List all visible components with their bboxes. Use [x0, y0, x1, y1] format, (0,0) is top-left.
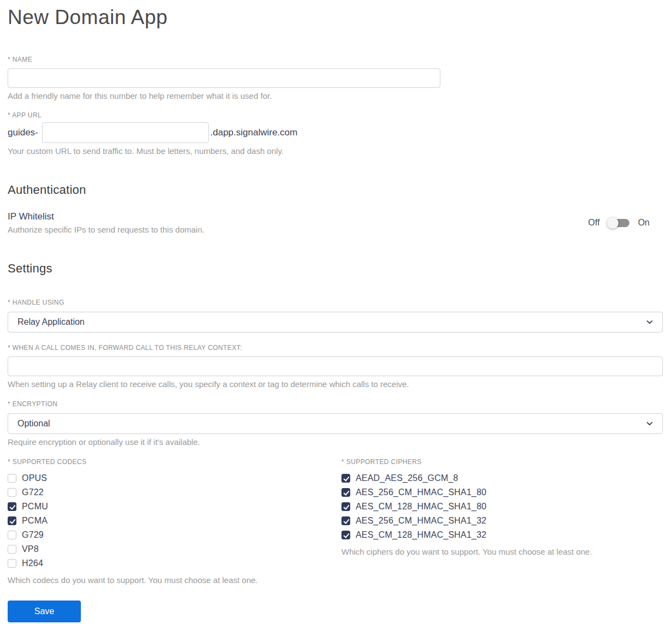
codec-option-pcma[interactable]: PCMA [8, 514, 341, 528]
checkbox-label: H264 [22, 558, 43, 568]
cipher-option-aes_cm_128_hmac_sha1_80[interactable]: AES_CM_128_HMAC_SHA1_80 [341, 500, 663, 514]
supported-ciphers-helper: Which ciphers do you want to support. Yo… [341, 547, 663, 556]
app-url-label: * APP URL [8, 111, 663, 119]
save-button[interactable]: Save [8, 601, 81, 622]
supported-ciphers-label: * SUPPORTED CIPHERS [341, 458, 663, 466]
authentication-heading: Authentication [8, 183, 663, 197]
handle-using-select[interactable]: Relay Application [8, 312, 663, 332]
codec-option-vp8[interactable]: VP8 [8, 542, 341, 556]
chevron-down-icon [646, 318, 653, 326]
app-url-suffix: .dapp.signalwire.com [210, 127, 298, 138]
checkbox-icon [8, 502, 16, 511]
ip-whitelist-row: IP Whitelist Authorize specific IPs to s… [8, 211, 663, 234]
app-url-field-group: * APP URL guides- .dapp.signalwire.com Y… [8, 111, 663, 156]
app-url-input[interactable] [42, 122, 209, 143]
name-field-group: * NAME Add a friendly name for this numb… [8, 56, 663, 100]
chevron-down-icon [646, 420, 653, 427]
relay-context-input[interactable] [8, 356, 663, 376]
name-helper: Add a friendly name for this number to h… [8, 91, 663, 100]
checkbox-icon [8, 488, 16, 497]
codec-option-g722[interactable]: G722 [8, 485, 341, 500]
ip-whitelist-text: IP Whitelist Authorize specific IPs to s… [8, 211, 204, 234]
app-url-row: guides- .dapp.signalwire.com [8, 122, 663, 143]
checkbox-label: PCMA [22, 516, 48, 526]
checkbox-icon [341, 488, 350, 497]
checkbox-icon [8, 545, 16, 554]
checkbox-icon [341, 516, 350, 525]
app-url-helper: Your custom URL to send traffic to. Must… [8, 146, 663, 156]
ip-whitelist-toggle-group: Off On [588, 217, 650, 228]
relay-context-label: * WHEN A CALL COMES IN, FORWARD CALL TO … [8, 344, 663, 352]
checkbox-label: VP8 [22, 544, 39, 554]
cipher-list: AEAD_AES_256_GCM_8 AES_256_CM_HMAC_SHA1_… [341, 471, 663, 542]
codec-option-opus[interactable]: OPUS [8, 471, 341, 485]
cipher-option-aes_256_cm_hmac_sha1_32[interactable]: AES_256_CM_HMAC_SHA1_32 [341, 514, 663, 528]
cipher-option-aes_cm_128_hmac_sha1_32[interactable]: AES_CM_128_HMAC_SHA1_32 [341, 528, 663, 542]
checkbox-label: PCMU [22, 502, 48, 512]
relay-context-group: * WHEN A CALL COMES IN, FORWARD CALL TO … [8, 344, 663, 389]
app-url-prefix: guides- [8, 127, 38, 138]
codec-option-pcmu[interactable]: PCMU [8, 500, 341, 514]
checkbox-label: AES_256_CM_HMAC_SHA1_80 [356, 488, 486, 497]
encryption-helper: Require encryption or optionally use it … [8, 437, 663, 447]
checkbox-icon [8, 516, 16, 525]
supported-codecs-group: * SUPPORTED CODECS OPUS G722 [8, 458, 341, 585]
checkbox-label: G722 [22, 488, 44, 497]
save-row: Save [8, 601, 663, 622]
name-input[interactable] [8, 68, 440, 88]
supported-codecs-helper: Which codecs do you want to support. You… [8, 575, 341, 585]
checkbox-label: G729 [22, 530, 44, 540]
checkbox-label: AES_CM_128_HMAC_SHA1_80 [356, 502, 486, 512]
checkbox-label: AES_CM_128_HMAC_SHA1_32 [356, 530, 486, 540]
name-label: * NAME [8, 56, 663, 63]
relay-context-helper: When setting up a Relay client to receiv… [8, 379, 663, 389]
new-domain-app-page: New Domain App * NAME Add a friendly nam… [0, 0, 672, 624]
cipher-option-aead_aes_256_gcm_8[interactable]: AEAD_AES_256_GCM_8 [341, 471, 663, 485]
codec-list: OPUS G722 PCMU PCMA [8, 471, 341, 570]
encryption-value: Optional [17, 419, 50, 429]
checkbox-icon [8, 531, 16, 539]
encryption-group: * ENCRYPTION Optional Require encryption… [8, 400, 663, 447]
checkbox-icon [341, 474, 350, 483]
handle-using-value: Relay Application [17, 317, 85, 327]
codec-option-h264[interactable]: H264 [8, 556, 341, 570]
encryption-select[interactable]: Optional [8, 413, 663, 434]
supported-codecs-label: * SUPPORTED CODECS [8, 458, 341, 466]
supported-ciphers-group: * SUPPORTED CIPHERS AEAD_AES_256_GCM_8 A… [341, 458, 663, 585]
ip-whitelist-label: IP Whitelist [8, 211, 204, 222]
checkbox-label: AES_256_CM_HMAC_SHA1_32 [356, 516, 486, 526]
checkbox-icon [341, 531, 350, 539]
checkbox-icon [341, 502, 350, 511]
handle-using-label: * HANDLE USING [8, 299, 663, 306]
toggle-knob-icon [607, 217, 618, 229]
checkbox-icon [8, 559, 16, 568]
checkbox-icon [8, 474, 16, 483]
toggle-off-label: Off [588, 218, 600, 228]
ip-whitelist-helper: Authorize specific IPs to send requests … [8, 225, 204, 234]
checkbox-label: AEAD_AES_256_GCM_8 [356, 473, 458, 483]
checkbox-label: OPUS [22, 473, 47, 483]
ip-whitelist-toggle[interactable] [608, 217, 630, 228]
cipher-option-aes_256_cm_hmac_sha1_80[interactable]: AES_256_CM_HMAC_SHA1_80 [341, 485, 663, 500]
page-title: New Domain App [8, 0, 663, 29]
encryption-label: * ENCRYPTION [8, 400, 663, 408]
codec-option-g729[interactable]: G729 [8, 528, 341, 542]
codec-cipher-columns: * SUPPORTED CODECS OPUS G722 [8, 458, 663, 585]
toggle-on-label: On [638, 218, 650, 228]
settings-heading: Settings [8, 262, 663, 276]
handle-using-group: * HANDLE USING Relay Application [8, 299, 663, 332]
